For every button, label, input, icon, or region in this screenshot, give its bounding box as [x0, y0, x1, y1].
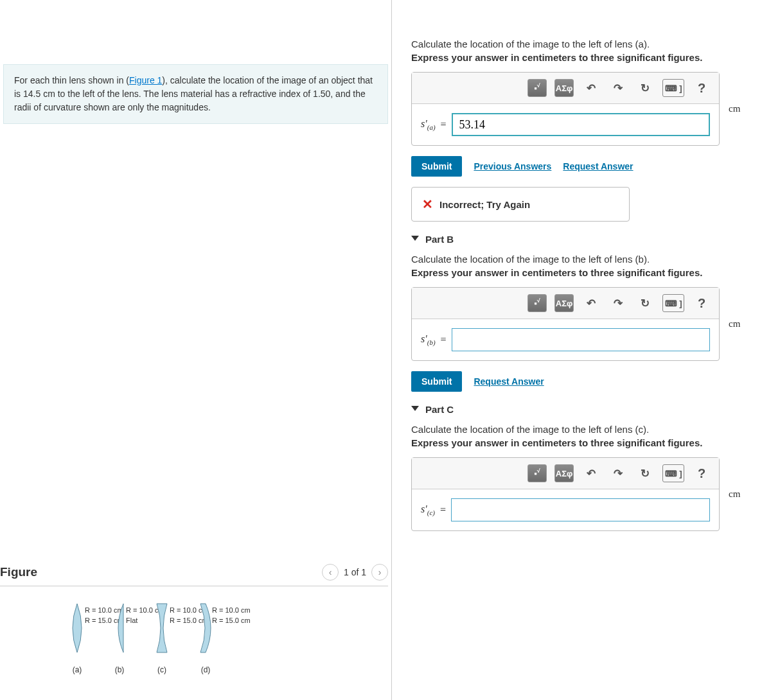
help-icon[interactable]: ? — [692, 79, 711, 97]
submit-button-a[interactable]: Submit — [411, 156, 462, 177]
redo-icon[interactable]: ↷ — [608, 294, 628, 312]
feedback-msg: Incorrect; Try Again — [439, 199, 530, 210]
part-b-sub: Express your answer in centimeters to th… — [411, 267, 771, 278]
template-icon[interactable]: ▪√ — [527, 79, 547, 97]
greek-icon[interactable]: ΑΣφ — [554, 294, 574, 312]
submit-button-b[interactable]: Submit — [411, 371, 462, 392]
redo-icon[interactable]: ↷ — [608, 464, 628, 482]
keyboard-icon[interactable]: ⌨ ] — [662, 79, 684, 97]
var-b: s′(b) — [421, 333, 436, 346]
incorrect-icon: ✕ — [422, 197, 433, 212]
pager-next[interactable]: › — [371, 564, 388, 581]
input-toolbar: ▪√ ΑΣφ ↶ ↷ ↻ ⌨ ] ? — [412, 73, 719, 104]
figure-pager: ‹ 1 of 1 › — [322, 564, 388, 581]
greek-icon[interactable]: ΑΣφ — [554, 464, 574, 482]
previous-answers-link[interactable]: Previous Answers — [474, 161, 551, 171]
part-b-prompt: Calculate the location of the image to t… — [411, 254, 771, 265]
right-column: Calculate the location of the image to t… — [392, 0, 771, 700]
var-c: s′(c) — [421, 503, 435, 516]
undo-icon[interactable]: ↶ — [581, 464, 601, 482]
keyboard-icon[interactable]: ⌨ ] — [662, 294, 684, 312]
input-toolbar: ▪√ ΑΣφ ↶ ↷ ↻ ⌨ ] ? — [412, 288, 719, 319]
figure-link[interactable]: Figure 1 — [129, 75, 162, 85]
intro-prefix: For each thin lens shown in ( — [14, 75, 129, 85]
unit-a: cm — [729, 103, 740, 114]
lens-diagram: R = 10.0 cm R = 15.0 cm (a) R = 10.0 cm … — [0, 586, 388, 681]
part-a-prompt: Calculate the location of the image to t… — [411, 39, 771, 49]
figure-section: Figure ‹ 1 of 1 › R = 10.0 cm R = 15.0 c… — [0, 559, 391, 700]
answer-input-b[interactable] — [452, 328, 710, 351]
answer-input-a[interactable] — [452, 113, 710, 136]
part-c-box: ▪√ ΑΣφ ↶ ↷ ↻ ⌨ ] ? s′(c) = — [411, 457, 720, 531]
redo-icon[interactable]: ↷ — [608, 79, 628, 97]
template-icon[interactable]: ▪√ — [527, 464, 547, 482]
request-answer-link-b[interactable]: Request Answer — [474, 376, 544, 387]
help-icon[interactable]: ? — [692, 294, 711, 312]
reset-icon[interactable]: ↻ — [635, 464, 655, 482]
figure-title: Figure — [0, 565, 37, 579]
reset-icon[interactable]: ↻ — [635, 294, 655, 312]
pager-prev[interactable]: ‹ — [322, 564, 339, 581]
part-a-box: ▪√ ΑΣφ ↶ ↷ ↻ ⌨ ] ? s′(a) = — [411, 72, 720, 146]
unit-c: cm — [729, 489, 740, 500]
part-c-sub: Express your answer in centimeters to th… — [411, 437, 771, 448]
part-c: Part C Calculate the location of the ima… — [411, 403, 771, 531]
intro-box: For each thin lens shown in (Figure 1), … — [3, 64, 388, 124]
greek-icon[interactable]: ΑΣφ — [554, 79, 574, 97]
template-icon[interactable]: ▪√ — [527, 294, 547, 312]
collapse-icon — [411, 406, 419, 415]
unit-b: cm — [729, 319, 740, 329]
keyboard-icon[interactable]: ⌨ ] — [662, 464, 684, 482]
answer-input-c[interactable] — [451, 498, 710, 521]
part-b-header[interactable]: Part B — [411, 233, 771, 245]
feedback-box: ✕ Incorrect; Try Again — [411, 187, 630, 222]
collapse-icon — [411, 236, 419, 245]
part-b: Part B Calculate the location of the ima… — [411, 233, 771, 392]
part-b-box: ▪√ ΑΣφ ↶ ↷ ↻ ⌨ ] ? s′(b) = — [411, 287, 720, 361]
input-toolbar: ▪√ ΑΣφ ↶ ↷ ↻ ⌨ ] ? — [412, 458, 719, 489]
left-column: For each thin lens shown in (Figure 1), … — [0, 0, 392, 700]
undo-icon[interactable]: ↶ — [581, 79, 601, 97]
help-icon[interactable]: ? — [692, 464, 711, 482]
var-a: s′(a) — [421, 118, 436, 131]
part-c-header[interactable]: Part C — [411, 403, 771, 415]
undo-icon[interactable]: ↶ — [581, 294, 601, 312]
pager-label: 1 of 1 — [344, 567, 366, 577]
request-answer-link-a[interactable]: Request Answer — [563, 161, 633, 171]
part-c-prompt: Calculate the location of the image to t… — [411, 424, 771, 435]
reset-icon[interactable]: ↻ — [635, 79, 655, 97]
part-a: Calculate the location of the image to t… — [411, 39, 771, 222]
part-a-sub: Express your answer in centimeters to th… — [411, 52, 771, 63]
